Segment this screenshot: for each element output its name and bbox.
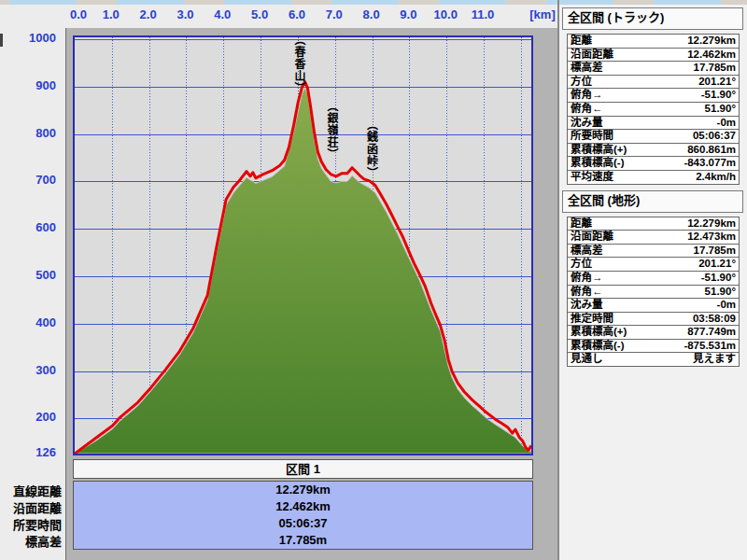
stat-label: 俯角→ [571,272,603,285]
x-tick-label: 8.0 [363,7,380,21]
stats-row: 俯角→-51.90° [568,89,739,103]
y-tick-label: 500 [0,268,56,282]
stats-row: 見通し見えます [568,353,739,366]
stat-value: -51.90° [701,89,736,102]
stat-label: 累積標高(-) [571,340,625,353]
x-tick-label: 2.0 [140,7,157,21]
section-table: 12.279km12.462km05:06:3717.785m [73,481,533,550]
section-row-label: 標高差 [2,532,62,550]
background-tab-fragment [117,0,184,5]
stats-row: 距離12.279km [568,35,739,49]
x-tick-label: 7.0 [326,7,343,21]
stat-label: 沿面距離 [571,231,613,244]
x-tick-label: 11.0 [472,7,495,21]
stats-row: 標高差17.785m [568,62,739,76]
section-value: 12.462km [74,498,532,515]
stats-row: 沈み量-0m [568,299,739,313]
panel-title: 全区間 (地形) [562,190,743,213]
stat-label: 累積標高(-) [571,157,625,170]
stat-label: 俯角← [571,103,603,116]
graph-window: 区間 1 12.279km12.462km05:06:3717.785m （春香… [65,28,557,560]
section-row-label: 直線距離 [2,482,62,499]
stats-row: 累積標高(-)-875.531m [568,340,739,354]
stats-row: 俯角→-51.90° [568,272,739,286]
background-tab-fragment [9,0,77,5]
y-tick-label: 126 [0,445,56,459]
stat-label: 累積標高(+) [571,144,627,157]
x-axis-unit: [km] [529,7,555,21]
stat-value: 05:06:37 [693,130,736,143]
y-tick-label: 300 [0,363,56,377]
stat-value: 17.785m [694,245,736,258]
stats-row: 標高差17.785m [568,245,739,259]
stat-label: 沈み量 [571,299,603,312]
stat-value: 12.462km [687,49,736,62]
x-tick-label: 1.0 [103,7,120,21]
stat-label: 沈み量 [571,117,603,130]
x-tick-label: 0.0 [70,7,87,21]
x-tick-label: 4.0 [214,7,231,21]
x-tick-label: 6.0 [289,7,305,21]
stat-label: 俯角→ [571,89,603,102]
x-tick-label: 5.0 [251,7,268,21]
stat-label: 累積標高(+) [571,326,627,339]
section-value: 05:06:37 [74,515,532,532]
stat-value: 12.473km [687,231,736,244]
stat-label: 方位 [571,76,592,89]
stat-value: -0m [717,299,736,312]
section-row-label: 沿面距離 [2,498,62,516]
stats-row: 沿面距離12.462km [568,49,739,63]
background-tab-fragment [439,0,506,5]
stats-table: 距離12.279km沿面距離12.473km標高差17.785m方位201.21… [567,217,740,368]
stat-value: 03:58:09 [693,313,736,326]
elevation-chart-svg [75,37,531,454]
stat-label: 所要時間 [571,130,613,143]
stats-row: 俯角←51.90° [568,286,739,300]
section-value: 17.785m [74,532,532,549]
stat-label: 方位 [571,258,592,271]
stats-table: 距離12.279km沿面距離12.462km標高差17.785m方位201.21… [567,34,740,185]
terrain-area [75,88,531,454]
stat-value: -51.90° [701,272,736,285]
y-tick-label: 200 [0,410,56,424]
stats-row: 方位201.21° [568,76,739,90]
section-table-header: 区間 1 [73,459,533,479]
stat-label: 平均速度 [571,171,613,184]
x-tick-label: 10.0 [434,7,458,21]
stats-row: 平均速度2.4km/h [568,171,739,184]
stats-row: 累積標高(+)877.749m [568,326,739,340]
stat-value: 51.90° [705,286,736,299]
stat-value: 51.90° [705,103,736,116]
stat-value: 17.785m [694,62,736,75]
peak-annotation: （春香山） [292,34,304,94]
section-value: 12.279km [74,482,532,498]
section-title: 区間 1 [286,462,320,476]
stat-label: 距離 [571,35,592,48]
y-tick-label: 1000 [0,31,56,45]
stat-value: 877.749m [687,326,736,339]
background-tab-fragment [224,0,291,5]
stats-row: 累積標高(-)-843.077m [568,157,739,171]
stat-value: 201.21° [698,258,736,271]
stats-row: 累積標高(+)860.861m [568,144,739,158]
y-tick-label: 600 [0,220,56,234]
stats-row: 所要時間05:06:37 [568,130,739,144]
background-tab-fragment [331,0,399,5]
section-row-label: 所要時間 [2,515,62,533]
stat-value: 12.279km [687,35,736,48]
x-tick-label: 9.0 [400,7,416,21]
stat-label: 推定時間 [571,313,613,326]
stat-value: -0m [717,117,736,130]
y-tick-label: 800 [0,126,56,140]
elevation-plot[interactable] [73,35,533,455]
stat-value: 見えます [693,353,736,366]
stats-row: 俯角←51.90° [568,103,739,117]
stat-value: -843.077m [684,157,736,170]
stat-value: 12.279km [687,217,736,231]
stats-row: 方位201.21° [568,258,739,272]
stat-value: -875.531m [684,340,736,353]
stat-value: 201.21° [698,76,736,89]
stat-value: 860.861m [687,144,736,157]
stats-row: 推定時間03:58:09 [568,313,739,327]
y-tick-label: 700 [0,173,56,187]
